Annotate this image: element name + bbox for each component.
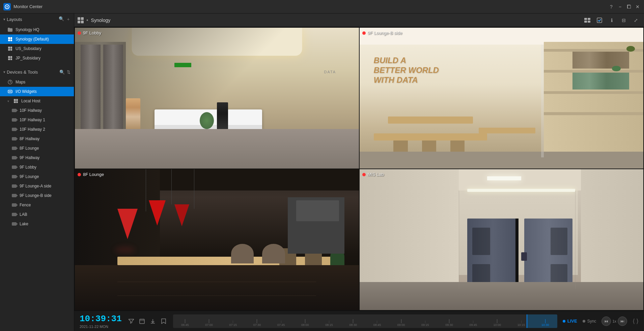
cam-icon-lab	[11, 212, 17, 217]
tick-0645: 06:45	[173, 319, 197, 327]
calendar-button[interactable]	[138, 317, 146, 325]
sidebar-item-9f-hallway[interactable]: 9F Hallway	[0, 153, 74, 162]
timeline-bar[interactable]: 06:45 07:00 07:15 07:30	[173, 314, 557, 328]
grid-icon-us	[7, 46, 13, 51]
tick-0915: 09:15	[413, 320, 437, 327]
layout-selector-button[interactable]	[583, 16, 592, 25]
svg-rect-11	[140, 319, 144, 324]
minimize-panel-button[interactable]: ⊟	[619, 16, 628, 25]
sidebar-label-io-widgets: I/O Widgets	[16, 89, 37, 94]
sidebar-item-10f-hallway[interactable]: 10F Hallway	[0, 106, 74, 115]
svg-point-1	[6, 6, 8, 7]
sidebar-item-9f-lounge-a[interactable]: 9F Lounge-A side	[0, 181, 74, 191]
checkbox-toolbar-button[interactable]	[595, 16, 604, 25]
speed-indicator: 1x	[612, 319, 616, 323]
layouts-add-icon[interactable]: ＋	[66, 16, 71, 22]
sidebar-item-8f-lounge[interactable]: 8F Lounge	[0, 144, 74, 153]
minimize-button[interactable]: −	[617, 4, 623, 10]
playback-controls: ⏮ 1x ⏭	[601, 316, 627, 326]
sync-dot	[583, 320, 585, 323]
prev-frame-button[interactable]: ⟨	[633, 317, 635, 325]
help-button[interactable]: ?	[608, 4, 614, 10]
sidebar-item-lake[interactable]: Lake	[0, 219, 74, 229]
tick-0845: 08:45	[365, 320, 389, 327]
sidebar-label-lab: LAB	[20, 212, 27, 217]
svg-rect-10	[597, 18, 602, 23]
cam-icon-lake	[11, 221, 17, 227]
tick-0715: 07:15	[221, 320, 245, 327]
sidebar-item-10f-hallway-2[interactable]: 10F Hallway 2	[0, 125, 74, 134]
sidebar-item-8f-hallway[interactable]: 8F Hallway	[0, 134, 74, 144]
sidebar: ▾ Layouts 🔍 ＋ Synology HQ Synology (Defa…	[0, 14, 74, 331]
devices-sort-icon[interactable]: ⇅	[67, 70, 71, 75]
tick-0945: 09:45	[461, 320, 485, 327]
devices-section-header[interactable]: ▾ Devices & Tools 🔍 ⇅	[0, 67, 74, 77]
sync-group: Sync	[583, 319, 596, 324]
sidebar-item-10f-hallway-1[interactable]: 10F Hallway 1	[0, 115, 74, 125]
camera-1-label: 9F Lobby	[78, 30, 101, 35]
camera-grid: DATA 9F Lobby	[74, 27, 644, 311]
camera-3-label: 8F Lounge	[78, 172, 104, 177]
sidebar-label-9f-hallway: 9F Hallway	[20, 155, 39, 160]
maximize-button[interactable]: ⧠	[626, 4, 632, 10]
cam-icon-10fh1	[11, 117, 17, 123]
layouts-section-icons: 🔍 ＋	[59, 16, 71, 22]
sidebar-label-synology-hq: Synology HQ	[16, 27, 39, 32]
camera-cell-9f-lounge-b[interactable]: BUILD A BETTER WORLD WITH DATA	[360, 28, 644, 169]
cam-icon-9fl	[11, 174, 17, 179]
cam-name-1: 9F Lobby	[83, 30, 101, 35]
tick-0700: 07:00	[197, 319, 221, 327]
camera-cell-9f-lobby[interactable]: DATA 9F Lobby	[75, 28, 359, 169]
sidebar-item-fence[interactable]: Fence	[0, 200, 74, 210]
layouts-section-header[interactable]: ▾ Layouts 🔍 ＋	[0, 14, 74, 25]
app-title: Monitor Center	[13, 4, 608, 9]
sidebar-item-synology-hq[interactable]: Synology HQ	[0, 25, 74, 34]
cam-icon-10fh	[11, 108, 17, 113]
sidebar-item-io-widgets[interactable]: I/O Widgets	[0, 87, 74, 96]
sidebar-item-jp-subsidiary[interactable]: JP_Subsidary	[0, 53, 74, 63]
cam-name-4: MIS Lab	[368, 172, 384, 177]
info-button[interactable]: ℹ	[607, 16, 616, 25]
sidebar-item-synology-default[interactable]: Synology (Default)	[0, 34, 74, 44]
expand-button[interactable]: ⤢	[631, 16, 641, 25]
rewind-button[interactable]: ⏮	[601, 316, 611, 326]
main-layout: ▾ Layouts 🔍 ＋ Synology HQ Synology (Defa…	[0, 14, 644, 331]
statusbar: 10:39:31 2021-11-22 MON	[74, 311, 644, 331]
grid-layout-icon	[7, 36, 13, 42]
sidebar-item-9f-lounge-b[interactable]: 9F Lounge-B side	[0, 191, 74, 200]
filter-button[interactable]	[127, 317, 135, 325]
cam-icon-8fh	[11, 136, 17, 142]
download-button[interactable]	[149, 317, 157, 325]
live-indicator: LIVE	[563, 319, 577, 324]
close-button[interactable]: ✕	[635, 4, 641, 10]
map-icon	[7, 79, 13, 85]
sidebar-label-8f-hallway: 8F Hallway	[20, 136, 39, 141]
sidebar-label-maps: Maps	[16, 80, 25, 84]
sidebar-item-local-host[interactable]: ▾ Local Host	[0, 96, 74, 106]
camera-cell-8f-lounge[interactable]: 8F Lounge	[75, 169, 359, 310]
svg-rect-3	[8, 90, 12, 93]
content-area: • Synology ℹ ⊟ ⤢	[74, 14, 644, 331]
devices-search-icon[interactable]: 🔍	[59, 70, 65, 75]
sidebar-item-us-subsidiary[interactable]: US_Subsidary	[0, 44, 74, 53]
sync-label: Sync	[587, 319, 596, 324]
fast-forward-button[interactable]: ⏭	[618, 316, 627, 326]
rec-dot-1	[78, 31, 81, 35]
sidebar-label-jp-subsidiary: JP_Subsidary	[16, 56, 40, 60]
layouts-search-icon[interactable]: 🔍	[59, 16, 64, 22]
sidebar-item-lab[interactable]: LAB	[0, 210, 74, 219]
sidebar-item-maps[interactable]: Maps	[0, 77, 74, 87]
devices-section-icons: 🔍 ⇅	[59, 70, 71, 75]
layouts-section-title: Layouts	[7, 17, 59, 22]
sidebar-item-9f-lobby[interactable]: 9F Lobby	[0, 162, 74, 172]
camera-4-label: MIS Lab	[362, 172, 384, 177]
next-frame-button[interactable]: ⟩	[636, 317, 639, 325]
local-host-chevron: ▾	[7, 99, 9, 103]
camera-cell-mis-lab[interactable]: MIS Lab	[360, 169, 644, 310]
live-text: LIVE	[567, 319, 577, 324]
bookmark-button[interactable]	[160, 317, 168, 325]
svg-rect-6	[584, 18, 587, 20]
rec-dot-3	[78, 173, 81, 176]
sidebar-item-9f-lounge[interactable]: 9F Lounge	[0, 172, 74, 181]
sidebar-label-10f-hallway-2: 10F Hallway 2	[20, 127, 45, 132]
